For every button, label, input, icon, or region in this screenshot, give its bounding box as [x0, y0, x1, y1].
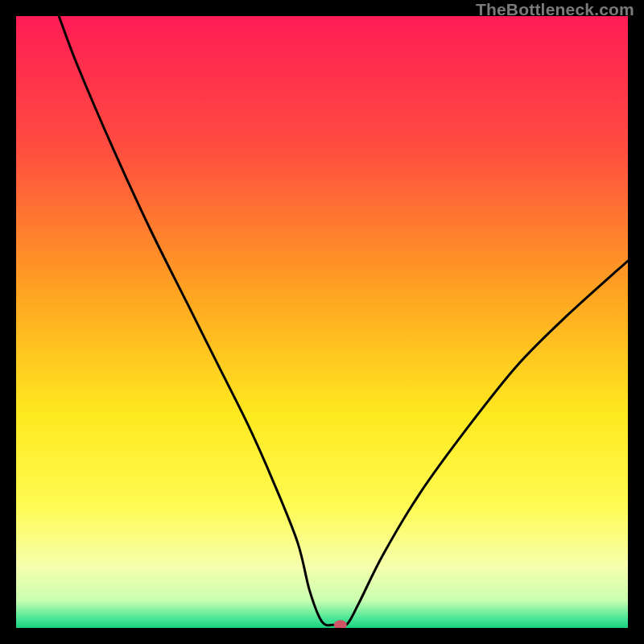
attribution-label: TheBottleneck.com — [476, 0, 634, 19]
chart-background — [16, 16, 628, 628]
bottleneck-chart — [16, 16, 628, 628]
